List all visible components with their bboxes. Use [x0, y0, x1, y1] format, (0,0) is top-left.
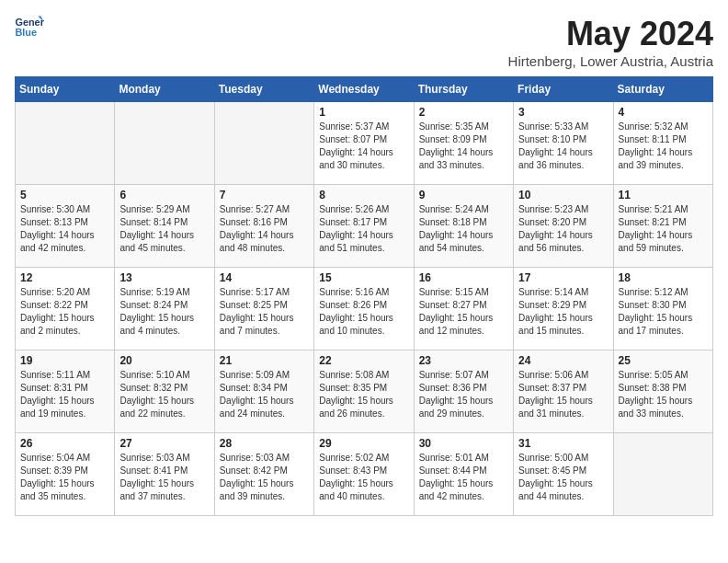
day-info: Sunrise: 5:15 AM Sunset: 8:27 PM Dayligh… [419, 286, 508, 338]
day-number: 7 [220, 189, 309, 201]
day-number: 14 [220, 271, 309, 284]
day-info: Sunrise: 5:04 AM Sunset: 8:39 PM Dayligh… [20, 452, 109, 503]
day-number: 15 [319, 271, 408, 284]
day-info: Sunrise: 5:23 AM Sunset: 8:20 PM Dayligh… [518, 203, 608, 255]
weekday-header-cell: Thursday [414, 77, 513, 102]
day-info: Sunrise: 5:02 AM Sunset: 8:43 PM Dayligh… [319, 452, 408, 503]
month-title: May 2024 [508, 15, 713, 53]
day-number: 11 [619, 189, 708, 201]
calendar-day-cell: 29Sunrise: 5:02 AM Sunset: 8:43 PM Dayli… [314, 433, 414, 516]
day-number: 27 [119, 437, 209, 450]
day-info: Sunrise: 5:19 AM Sunset: 8:24 PM Dayligh… [119, 286, 209, 338]
day-info: Sunrise: 5:20 AM Sunset: 8:22 PM Dayligh… [20, 286, 109, 338]
calendar-day-cell: 23Sunrise: 5:07 AM Sunset: 8:36 PM Dayli… [414, 350, 513, 433]
calendar-day-cell [613, 433, 712, 516]
calendar-week-row: 12Sunrise: 5:20 AM Sunset: 8:22 PM Dayli… [16, 268, 713, 350]
day-info: Sunrise: 5:09 AM Sunset: 8:34 PM Dayligh… [220, 369, 309, 420]
day-info: Sunrise: 5:33 AM Sunset: 8:10 PM Dayligh… [518, 121, 608, 172]
page-header: General Blue May 2024 Hirtenberg, Lower … [15, 15, 713, 69]
day-number: 23 [419, 354, 508, 367]
day-info: Sunrise: 5:05 AM Sunset: 8:38 PM Dayligh… [619, 369, 708, 420]
day-info: Sunrise: 5:26 AM Sunset: 8:17 PM Dayligh… [319, 203, 408, 255]
day-info: Sunrise: 5:00 AM Sunset: 8:45 PM Dayligh… [518, 452, 608, 503]
calendar-week-row: 19Sunrise: 5:11 AM Sunset: 8:31 PM Dayli… [16, 350, 713, 433]
logo-icon: General Blue [15, 15, 44, 40]
calendar-day-cell: 9Sunrise: 5:24 AM Sunset: 8:18 PM Daylig… [414, 185, 513, 268]
day-info: Sunrise: 5:35 AM Sunset: 8:09 PM Dayligh… [419, 121, 508, 172]
calendar-day-cell: 2Sunrise: 5:35 AM Sunset: 8:09 PM Daylig… [414, 102, 513, 185]
day-info: Sunrise: 5:01 AM Sunset: 8:44 PM Dayligh… [419, 452, 508, 503]
day-number: 25 [619, 354, 708, 367]
calendar-week-row: 1Sunrise: 5:37 AM Sunset: 8:07 PM Daylig… [16, 102, 713, 185]
day-info: Sunrise: 5:07 AM Sunset: 8:36 PM Dayligh… [419, 369, 508, 420]
calendar-day-cell: 17Sunrise: 5:14 AM Sunset: 8:29 PM Dayli… [514, 268, 613, 350]
calendar-day-cell: 15Sunrise: 5:16 AM Sunset: 8:26 PM Dayli… [314, 268, 414, 350]
calendar-day-cell: 30Sunrise: 5:01 AM Sunset: 8:44 PM Dayli… [414, 433, 513, 516]
day-number: 20 [119, 354, 209, 367]
logo: General Blue [15, 15, 44, 40]
day-info: Sunrise: 5:21 AM Sunset: 8:21 PM Dayligh… [619, 203, 708, 255]
day-number: 2 [419, 106, 508, 119]
calendar-day-cell: 7Sunrise: 5:27 AM Sunset: 8:16 PM Daylig… [214, 185, 313, 268]
day-number: 28 [220, 437, 309, 450]
calendar-day-cell: 8Sunrise: 5:26 AM Sunset: 8:17 PM Daylig… [314, 185, 414, 268]
day-info: Sunrise: 5:08 AM Sunset: 8:35 PM Dayligh… [319, 369, 408, 420]
weekday-header-row: SundayMondayTuesdayWednesdayThursdayFrid… [16, 77, 713, 102]
calendar-day-cell: 24Sunrise: 5:06 AM Sunset: 8:37 PM Dayli… [514, 350, 613, 433]
day-number: 26 [20, 437, 109, 450]
calendar-day-cell: 26Sunrise: 5:04 AM Sunset: 8:39 PM Dayli… [16, 433, 115, 516]
day-info: Sunrise: 5:10 AM Sunset: 8:32 PM Dayligh… [119, 369, 209, 420]
calendar-day-cell: 21Sunrise: 5:09 AM Sunset: 8:34 PM Dayli… [214, 350, 313, 433]
day-number: 12 [20, 271, 109, 284]
calendar-day-cell: 20Sunrise: 5:10 AM Sunset: 8:32 PM Dayli… [115, 350, 214, 433]
calendar-day-cell: 18Sunrise: 5:12 AM Sunset: 8:30 PM Dayli… [613, 268, 712, 350]
day-number: 6 [119, 189, 209, 201]
day-number: 13 [119, 271, 209, 284]
calendar-day-cell: 14Sunrise: 5:17 AM Sunset: 8:25 PM Dayli… [214, 268, 313, 350]
day-number: 1 [319, 106, 408, 119]
calendar-day-cell: 4Sunrise: 5:32 AM Sunset: 8:11 PM Daylig… [613, 102, 712, 185]
day-info: Sunrise: 5:03 AM Sunset: 8:41 PM Dayligh… [119, 452, 209, 503]
day-info: Sunrise: 5:30 AM Sunset: 8:13 PM Dayligh… [20, 203, 109, 255]
day-info: Sunrise: 5:29 AM Sunset: 8:14 PM Dayligh… [119, 203, 209, 255]
day-number: 16 [419, 271, 508, 284]
weekday-header-cell: Sunday [16, 77, 115, 102]
calendar-day-cell: 6Sunrise: 5:29 AM Sunset: 8:14 PM Daylig… [115, 185, 214, 268]
day-number: 8 [319, 189, 408, 201]
calendar-day-cell: 12Sunrise: 5:20 AM Sunset: 8:22 PM Dayli… [16, 268, 115, 350]
calendar-day-cell: 10Sunrise: 5:23 AM Sunset: 8:20 PM Dayli… [514, 185, 613, 268]
calendar-day-cell [214, 102, 313, 185]
day-info: Sunrise: 5:32 AM Sunset: 8:11 PM Dayligh… [619, 121, 708, 172]
weekday-header-cell: Wednesday [314, 77, 414, 102]
calendar-day-cell [115, 102, 214, 185]
calendar-day-cell: 19Sunrise: 5:11 AM Sunset: 8:31 PM Dayli… [16, 350, 115, 433]
day-info: Sunrise: 5:14 AM Sunset: 8:29 PM Dayligh… [518, 286, 608, 338]
day-number: 31 [518, 437, 608, 450]
calendar-table: SundayMondayTuesdayWednesdayThursdayFrid… [15, 76, 713, 516]
calendar-day-cell: 3Sunrise: 5:33 AM Sunset: 8:10 PM Daylig… [514, 102, 613, 185]
weekday-header-cell: Friday [514, 77, 613, 102]
day-number: 19 [20, 354, 109, 367]
calendar-day-cell: 31Sunrise: 5:00 AM Sunset: 8:45 PM Dayli… [514, 433, 613, 516]
day-number: 17 [518, 271, 608, 284]
calendar-day-cell: 27Sunrise: 5:03 AM Sunset: 8:41 PM Dayli… [115, 433, 214, 516]
calendar-day-cell: 25Sunrise: 5:05 AM Sunset: 8:38 PM Dayli… [613, 350, 712, 433]
day-info: Sunrise: 5:27 AM Sunset: 8:16 PM Dayligh… [220, 203, 309, 255]
day-number: 9 [419, 189, 508, 201]
day-number: 22 [319, 354, 408, 367]
title-block: May 2024 Hirtenberg, Lower Austria, Aust… [508, 15, 713, 69]
day-info: Sunrise: 5:37 AM Sunset: 8:07 PM Dayligh… [319, 121, 408, 172]
location: Hirtenberg, Lower Austria, Austria [508, 53, 713, 69]
day-number: 30 [419, 437, 508, 450]
day-info: Sunrise: 5:17 AM Sunset: 8:25 PM Dayligh… [220, 286, 309, 338]
svg-text:Blue: Blue [15, 27, 37, 38]
calendar-day-cell: 16Sunrise: 5:15 AM Sunset: 8:27 PM Dayli… [414, 268, 513, 350]
calendar-day-cell: 1Sunrise: 5:37 AM Sunset: 8:07 PM Daylig… [314, 102, 414, 185]
day-number: 24 [518, 354, 608, 367]
calendar-week-row: 5Sunrise: 5:30 AM Sunset: 8:13 PM Daylig… [16, 185, 713, 268]
day-number: 18 [619, 271, 708, 284]
calendar-day-cell: 5Sunrise: 5:30 AM Sunset: 8:13 PM Daylig… [16, 185, 115, 268]
weekday-header-cell: Tuesday [214, 77, 313, 102]
day-number: 5 [20, 189, 109, 201]
weekday-header-cell: Saturday [613, 77, 712, 102]
